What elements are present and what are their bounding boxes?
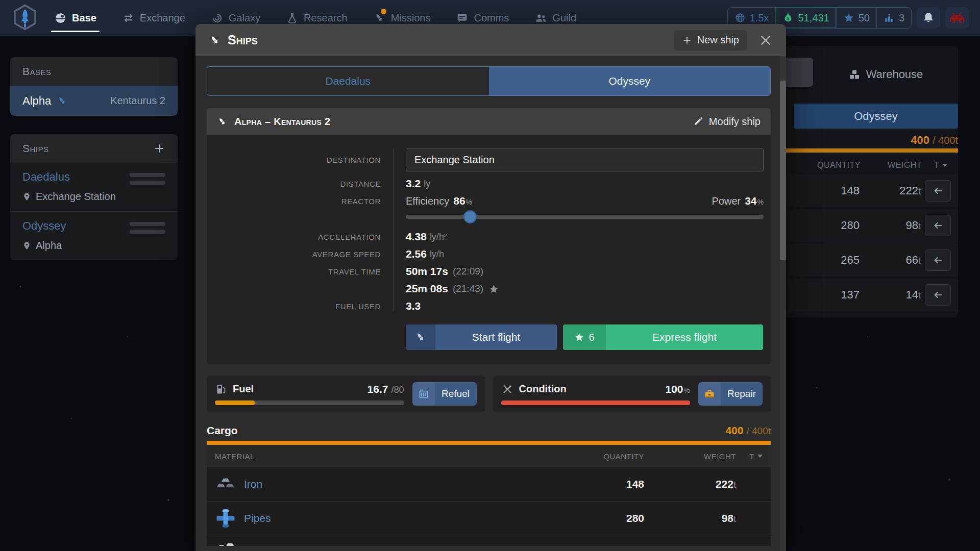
resource-rank[interactable]: 3 xyxy=(876,8,911,28)
material-header: Material xyxy=(215,452,542,461)
app-logo-icon[interactable] xyxy=(11,4,39,32)
map-pin-icon xyxy=(22,241,31,250)
pipes-icon xyxy=(215,508,236,529)
bases-panel: Bases Alpha Kentaurus 2 xyxy=(10,57,178,116)
base-item-alpha[interactable]: Alpha Kentaurus 2 xyxy=(10,86,178,116)
rocket-icon xyxy=(55,93,70,109)
resource-stars[interactable]: 50 xyxy=(836,8,876,28)
sort-header[interactable]: T xyxy=(736,452,763,461)
new-ship-button[interactable]: New ship xyxy=(674,30,747,51)
cargo-table-header: Material Quantity Weight T xyxy=(207,445,771,467)
condition-label: Condition xyxy=(519,383,567,395)
modal-title: Ships xyxy=(209,33,258,47)
modal-body: Daedalus Odyssey Alpha – Kentaurus 2 Mod… xyxy=(195,56,786,551)
destination-input[interactable] xyxy=(406,148,764,171)
cargo-quantity: 280 xyxy=(542,512,644,524)
weight-header: Weight xyxy=(644,452,736,461)
nav-item-base[interactable]: Base xyxy=(54,0,96,36)
move-to-ship-button[interactable] xyxy=(925,215,951,236)
move-to-ship-button[interactable] xyxy=(925,249,951,271)
nav-label: Galaxy xyxy=(229,12,260,24)
express-flight-button[interactable]: 6 Express flight xyxy=(563,324,763,350)
sort-header[interactable]: T xyxy=(922,161,947,170)
express-time-value: 25m 08s xyxy=(406,283,448,295)
nav-label: Guild xyxy=(552,12,576,24)
reactor-label: Reactor xyxy=(207,197,393,206)
ships-header: Ships xyxy=(10,134,178,163)
ship-detail-card: Alpha – Kentaurus 2 Modify ship Destinat… xyxy=(207,108,771,364)
condition-meter: Condition 100% Repair xyxy=(493,375,771,412)
add-ship-button[interactable] xyxy=(153,142,165,155)
arrow-left-icon xyxy=(933,220,944,231)
refuel-button[interactable]: Refuel xyxy=(412,382,477,406)
base-system: Kentaurus 2 xyxy=(110,95,165,107)
warehouse-max: / 400t xyxy=(933,135,958,146)
multiplier-value: 1.5x xyxy=(750,12,769,24)
ship-status-bars xyxy=(130,170,165,185)
repair-button[interactable]: Repair xyxy=(698,382,763,406)
start-flight-button[interactable]: Start flight xyxy=(406,324,557,350)
ship-list-item-odyssey[interactable]: Odyssey Alpha xyxy=(10,211,178,260)
modal-title-label: Ships xyxy=(228,33,258,47)
move-to-ship-button[interactable] xyxy=(925,180,951,202)
close-icon xyxy=(758,33,773,47)
resource-credits[interactable]: $ 51,431 xyxy=(775,8,836,28)
notifications-button[interactable] xyxy=(917,7,940,29)
scrollbar-thumb[interactable] xyxy=(780,81,786,260)
nav-label: Exchange xyxy=(140,12,185,24)
warehouse-row-quantity: 137 xyxy=(793,288,860,302)
warehouse-row-quantity: 265 xyxy=(793,254,860,267)
nav-item-exchange[interactable]: Exchange xyxy=(122,0,185,36)
express-cost-value: 6 xyxy=(589,332,594,343)
warehouse-row-weight: 98t xyxy=(860,219,921,232)
fuel-used-value: 3.3 xyxy=(406,300,421,312)
close-modal-button[interactable] xyxy=(758,33,773,47)
research-flask-icon xyxy=(286,12,299,24)
cargo-weight: 222t xyxy=(644,478,736,490)
ship-meters: Fuel 16.7/80 Refuel Condition xyxy=(207,375,771,412)
move-to-ship-button[interactable] xyxy=(925,284,951,306)
material-link[interactable]: Iron xyxy=(244,478,262,490)
travel-time-row: Travel time 50m 17s(22:09) xyxy=(207,265,771,278)
material-link[interactable]: Pipes xyxy=(244,512,271,524)
reactor-slider-track[interactable] xyxy=(406,215,764,219)
warehouse-row-weight: 66t xyxy=(860,254,921,267)
express-time-row: 25m 08s (21:43) xyxy=(207,283,771,295)
ship-list-item-daedalus[interactable]: Daedalus Exchange Station xyxy=(10,163,178,211)
ship-location-label: Alpha xyxy=(36,240,62,252)
fuel-value: 16.7 xyxy=(368,383,388,395)
cargo-row-pipes: Pipes 280 98t xyxy=(207,501,771,535)
material-icon xyxy=(215,540,236,546)
reactor-slider-handle[interactable] xyxy=(463,210,477,223)
tab-daedalus[interactable]: Daedalus xyxy=(207,67,489,95)
modal-header: Ships New ship xyxy=(195,24,786,56)
avg-speed-value: 2.56 xyxy=(406,248,427,260)
modify-ship-button[interactable]: Modify ship xyxy=(693,116,761,128)
fuel-mini-bar xyxy=(130,173,165,177)
ship-card-body: Destination Distance 3.2ly Reactor xyxy=(207,135,771,364)
missions-notification-dot xyxy=(381,9,386,14)
star-icon xyxy=(574,332,584,342)
modal-scrollbar[interactable] xyxy=(780,56,786,551)
efficiency-label: Efficiency xyxy=(406,195,449,207)
avg-speed-row: Average speed 2.56ly/h xyxy=(207,248,771,260)
tab-odyssey[interactable]: Odyssey xyxy=(489,67,771,95)
raid-alert-button[interactable] xyxy=(945,7,969,29)
fuel-max: /80 xyxy=(391,385,404,395)
credits-value: 51,431 xyxy=(798,12,829,24)
cargo-row-partial xyxy=(207,535,771,546)
arrow-left-icon xyxy=(933,185,944,196)
rocket-icon xyxy=(206,32,224,49)
warehouse-capacity: 400 / 400t xyxy=(911,134,958,147)
fuel-used-label: Fuel used xyxy=(207,302,393,311)
express-flight-label: Express flight xyxy=(606,324,763,350)
cargo-row-iron: Iron 148 222t xyxy=(207,467,771,501)
left-sidebar: Bases Alpha Kentaurus 2 Ships Daedalus xyxy=(10,57,178,260)
plus-icon xyxy=(153,142,165,155)
arrow-left-icon xyxy=(933,255,944,266)
distance-value: 3.2 xyxy=(406,178,421,190)
cargo-max: / 400t xyxy=(746,425,771,437)
guild-people-icon xyxy=(534,12,547,24)
warehouse-ship-selector[interactable]: Odyssey xyxy=(794,104,958,129)
cargo-header: Cargo 400 / 400t xyxy=(207,424,771,437)
